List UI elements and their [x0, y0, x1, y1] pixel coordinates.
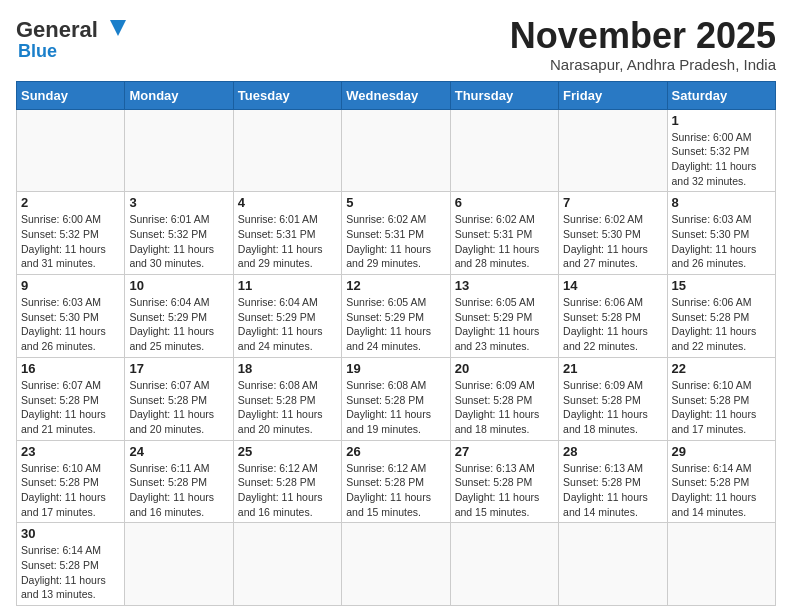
day-info: Sunrise: 6:02 AM Sunset: 5:31 PM Dayligh… — [455, 212, 554, 271]
day-number: 20 — [455, 361, 554, 376]
day-number: 3 — [129, 195, 228, 210]
calendar-cell: 13Sunrise: 6:05 AM Sunset: 5:29 PM Dayli… — [450, 275, 558, 358]
day-info: Sunrise: 6:14 AM Sunset: 5:28 PM Dayligh… — [672, 461, 771, 520]
calendar-cell: 29Sunrise: 6:14 AM Sunset: 5:28 PM Dayli… — [667, 440, 775, 523]
calendar-header-thursday: Thursday — [450, 81, 558, 109]
page-header: General Blue November 2025 Narasapur, An… — [16, 16, 776, 73]
calendar-cell — [17, 109, 125, 192]
logo-text-general: General — [16, 19, 98, 41]
day-info: Sunrise: 6:03 AM Sunset: 5:30 PM Dayligh… — [672, 212, 771, 271]
day-info: Sunrise: 6:05 AM Sunset: 5:29 PM Dayligh… — [455, 295, 554, 354]
day-number: 28 — [563, 444, 662, 459]
calendar-cell: 23Sunrise: 6:10 AM Sunset: 5:28 PM Dayli… — [17, 440, 125, 523]
calendar-cell: 9Sunrise: 6:03 AM Sunset: 5:30 PM Daylig… — [17, 275, 125, 358]
calendar-cell: 10Sunrise: 6:04 AM Sunset: 5:29 PM Dayli… — [125, 275, 233, 358]
day-number: 24 — [129, 444, 228, 459]
calendar-cell — [125, 109, 233, 192]
day-info: Sunrise: 6:10 AM Sunset: 5:28 PM Dayligh… — [21, 461, 120, 520]
calendar-cell: 20Sunrise: 6:09 AM Sunset: 5:28 PM Dayli… — [450, 357, 558, 440]
calendar-cell: 3Sunrise: 6:01 AM Sunset: 5:32 PM Daylig… — [125, 192, 233, 275]
day-info: Sunrise: 6:08 AM Sunset: 5:28 PM Dayligh… — [346, 378, 445, 437]
calendar-header-saturday: Saturday — [667, 81, 775, 109]
calendar-cell: 30Sunrise: 6:14 AM Sunset: 5:28 PM Dayli… — [17, 523, 125, 606]
day-number: 23 — [21, 444, 120, 459]
day-info: Sunrise: 6:02 AM Sunset: 5:31 PM Dayligh… — [346, 212, 445, 271]
calendar-cell: 5Sunrise: 6:02 AM Sunset: 5:31 PM Daylig… — [342, 192, 450, 275]
calendar-cell — [559, 523, 667, 606]
calendar-cell: 2Sunrise: 6:00 AM Sunset: 5:32 PM Daylig… — [17, 192, 125, 275]
day-number: 7 — [563, 195, 662, 210]
calendar-cell: 28Sunrise: 6:13 AM Sunset: 5:28 PM Dayli… — [559, 440, 667, 523]
day-number: 26 — [346, 444, 445, 459]
calendar-week-row: 16Sunrise: 6:07 AM Sunset: 5:28 PM Dayli… — [17, 357, 776, 440]
day-info: Sunrise: 6:08 AM Sunset: 5:28 PM Dayligh… — [238, 378, 337, 437]
day-info: Sunrise: 6:09 AM Sunset: 5:28 PM Dayligh… — [563, 378, 662, 437]
day-number: 19 — [346, 361, 445, 376]
day-number: 18 — [238, 361, 337, 376]
calendar-cell: 12Sunrise: 6:05 AM Sunset: 5:29 PM Dayli… — [342, 275, 450, 358]
calendar-cell: 24Sunrise: 6:11 AM Sunset: 5:28 PM Dayli… — [125, 440, 233, 523]
day-info: Sunrise: 6:00 AM Sunset: 5:32 PM Dayligh… — [672, 130, 771, 189]
day-info: Sunrise: 6:06 AM Sunset: 5:28 PM Dayligh… — [672, 295, 771, 354]
calendar-week-row: 1Sunrise: 6:00 AM Sunset: 5:32 PM Daylig… — [17, 109, 776, 192]
calendar-cell — [233, 523, 341, 606]
day-info: Sunrise: 6:12 AM Sunset: 5:28 PM Dayligh… — [346, 461, 445, 520]
day-number: 22 — [672, 361, 771, 376]
calendar-cell: 14Sunrise: 6:06 AM Sunset: 5:28 PM Dayli… — [559, 275, 667, 358]
day-info: Sunrise: 6:03 AM Sunset: 5:30 PM Dayligh… — [21, 295, 120, 354]
day-info: Sunrise: 6:12 AM Sunset: 5:28 PM Dayligh… — [238, 461, 337, 520]
calendar-cell: 6Sunrise: 6:02 AM Sunset: 5:31 PM Daylig… — [450, 192, 558, 275]
calendar-cell — [233, 109, 341, 192]
day-number: 13 — [455, 278, 554, 293]
day-number: 12 — [346, 278, 445, 293]
day-info: Sunrise: 6:07 AM Sunset: 5:28 PM Dayligh… — [129, 378, 228, 437]
calendar-header-tuesday: Tuesday — [233, 81, 341, 109]
calendar-cell — [667, 523, 775, 606]
calendar-cell: 17Sunrise: 6:07 AM Sunset: 5:28 PM Dayli… — [125, 357, 233, 440]
day-number: 16 — [21, 361, 120, 376]
day-info: Sunrise: 6:13 AM Sunset: 5:28 PM Dayligh… — [455, 461, 554, 520]
calendar-cell: 22Sunrise: 6:10 AM Sunset: 5:28 PM Dayli… — [667, 357, 775, 440]
day-number: 17 — [129, 361, 228, 376]
calendar-cell: 18Sunrise: 6:08 AM Sunset: 5:28 PM Dayli… — [233, 357, 341, 440]
day-info: Sunrise: 6:01 AM Sunset: 5:32 PM Dayligh… — [129, 212, 228, 271]
calendar-cell: 4Sunrise: 6:01 AM Sunset: 5:31 PM Daylig… — [233, 192, 341, 275]
day-number: 15 — [672, 278, 771, 293]
day-info: Sunrise: 6:13 AM Sunset: 5:28 PM Dayligh… — [563, 461, 662, 520]
calendar-header-friday: Friday — [559, 81, 667, 109]
day-number: 10 — [129, 278, 228, 293]
day-number: 11 — [238, 278, 337, 293]
calendar-cell: 15Sunrise: 6:06 AM Sunset: 5:28 PM Dayli… — [667, 275, 775, 358]
day-info: Sunrise: 6:07 AM Sunset: 5:28 PM Dayligh… — [21, 378, 120, 437]
day-number: 4 — [238, 195, 337, 210]
calendar-week-row: 23Sunrise: 6:10 AM Sunset: 5:28 PM Dayli… — [17, 440, 776, 523]
day-info: Sunrise: 6:00 AM Sunset: 5:32 PM Dayligh… — [21, 212, 120, 271]
calendar-cell: 16Sunrise: 6:07 AM Sunset: 5:28 PM Dayli… — [17, 357, 125, 440]
calendar-cell — [450, 109, 558, 192]
calendar-cell — [450, 523, 558, 606]
logo-text-blue: Blue — [18, 42, 57, 60]
day-info: Sunrise: 6:02 AM Sunset: 5:30 PM Dayligh… — [563, 212, 662, 271]
calendar-week-row: 2Sunrise: 6:00 AM Sunset: 5:32 PM Daylig… — [17, 192, 776, 275]
day-number: 14 — [563, 278, 662, 293]
svg-marker-0 — [110, 20, 126, 36]
day-info: Sunrise: 6:06 AM Sunset: 5:28 PM Dayligh… — [563, 295, 662, 354]
calendar-cell — [125, 523, 233, 606]
calendar-header-monday: Monday — [125, 81, 233, 109]
day-info: Sunrise: 6:11 AM Sunset: 5:28 PM Dayligh… — [129, 461, 228, 520]
month-title: November 2025 — [510, 16, 776, 56]
calendar-header-row: SundayMondayTuesdayWednesdayThursdayFrid… — [17, 81, 776, 109]
day-number: 9 — [21, 278, 120, 293]
logo: General Blue — [16, 16, 130, 60]
location-title: Narasapur, Andhra Pradesh, India — [510, 56, 776, 73]
day-number: 27 — [455, 444, 554, 459]
calendar-cell: 11Sunrise: 6:04 AM Sunset: 5:29 PM Dayli… — [233, 275, 341, 358]
calendar-table: SundayMondayTuesdayWednesdayThursdayFrid… — [16, 81, 776, 607]
calendar-cell: 19Sunrise: 6:08 AM Sunset: 5:28 PM Dayli… — [342, 357, 450, 440]
day-info: Sunrise: 6:04 AM Sunset: 5:29 PM Dayligh… — [238, 295, 337, 354]
calendar-cell — [342, 109, 450, 192]
day-number: 1 — [672, 113, 771, 128]
day-number: 6 — [455, 195, 554, 210]
calendar-week-row: 9Sunrise: 6:03 AM Sunset: 5:30 PM Daylig… — [17, 275, 776, 358]
calendar-cell — [559, 109, 667, 192]
